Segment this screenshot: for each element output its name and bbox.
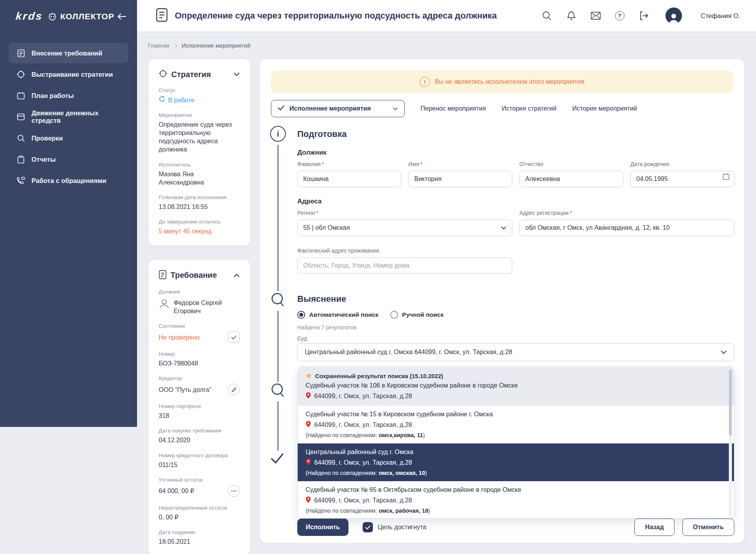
tabs-row: Исполнение мероприятия Перенос мероприят…	[271, 100, 637, 117]
tab-istoriya-strategiy[interactable]: История стратегий	[502, 105, 556, 112]
contract-value: 011/15	[159, 461, 240, 469]
help-icon[interactable]: ?	[615, 11, 624, 20]
check-icon	[278, 105, 285, 112]
search-icon	[17, 134, 25, 142]
user-name[interactable]: Стефания О.	[701, 12, 740, 20]
step-search-icon	[270, 292, 286, 308]
calendar-icon[interactable]	[723, 173, 730, 182]
sidebar-item-plan-raboty[interactable]: План работы	[9, 85, 128, 106]
user-avatar[interactable]	[665, 7, 682, 24]
edit-pencil-button[interactable]	[228, 384, 240, 395]
executor-label: Исполнитель	[159, 162, 240, 168]
planned-date-label: Плановая дата исполнения	[159, 194, 240, 200]
target-icon	[17, 70, 25, 79]
sidebar-item-rabota-s-obrashcheniyami[interactable]: Работа с обращениями	[9, 170, 128, 191]
search-icon[interactable]	[542, 11, 552, 21]
middlename-input[interactable]	[519, 171, 623, 187]
registration-address-input[interactable]	[519, 220, 734, 236]
warning-text: Вы не являетесь исполнителем этого мероп…	[435, 78, 584, 85]
court-result-saved[interactable]: ★ Сохраненный результат поиска (15.10.20…	[298, 367, 734, 406]
logo-krds-text: krds	[15, 10, 43, 22]
lastname-field: Фамилия*	[297, 161, 401, 187]
number-label: Номер	[159, 351, 240, 357]
tab-active-label: Исполнение мероприятия	[289, 105, 371, 112]
creditor-value: ООО “Путь долга”	[159, 386, 211, 394]
birthdate-field: Дата рождения	[630, 161, 734, 187]
birthdate-input[interactable]	[630, 171, 734, 187]
document-icon	[159, 270, 167, 281]
page-document-icon	[156, 8, 168, 24]
section-search-heading: Выяснение	[297, 294, 346, 304]
tab-istoriya-meropriyatiy[interactable]: История мероприятий	[572, 105, 637, 112]
sidebar-item-label: Отчеты	[32, 156, 56, 163]
court-address: 644099, г. Омск, ул. Тарская, д.28	[314, 421, 412, 428]
contract-label: Номер кредитного договора	[159, 452, 240, 458]
target-icon	[159, 69, 167, 79]
required-mark: *	[316, 210, 318, 216]
notifications-bell-icon[interactable]	[566, 11, 576, 21]
firstname-input[interactable]	[408, 171, 512, 187]
tab-active-dropdown[interactable]: Исполнение мероприятия	[271, 100, 405, 117]
tab-perenos-meropriyatiya[interactable]: Перенос мероприятия	[421, 105, 486, 112]
back-button[interactable]: Назад	[634, 519, 674, 536]
lastname-input[interactable]	[297, 171, 401, 187]
court-result[interactable]: Судебный участок № 15 в Кировском судебн…	[298, 406, 734, 443]
unallocated-label: Нераспределенный остаток	[159, 505, 240, 511]
sidebar-collapse-arrow-icon[interactable]	[117, 12, 127, 21]
breadcrumb-home[interactable]: Главная	[148, 42, 169, 49]
court-result[interactable]: Судебный участок № 65 в Октябрьском суде…	[298, 481, 734, 519]
state-value: Не проверено	[159, 333, 200, 342]
logo: krds КОЛЛЕКТОР	[0, 0, 137, 22]
left-column: Стратегия Статус В работе Мероприятие Оп…	[148, 59, 250, 554]
wallet-icon	[17, 113, 25, 121]
more-options-button[interactable]	[228, 485, 240, 497]
middlename-label: Отчество	[519, 161, 543, 167]
sidebar-item-vnesenie-trebovaniy[interactable]: Внесение требований	[9, 43, 128, 63]
radio-auto-search[interactable]: Автоматический поиск	[297, 311, 378, 319]
court-result-selected[interactable]: Центральный районный суд г. Омска 644099…	[298, 443, 734, 481]
sidebar-item-otchety[interactable]: Отчеты	[9, 149, 128, 170]
sidebar-item-label: Работа с обращениями	[32, 177, 106, 185]
calendar-icon	[17, 91, 25, 100]
logout-icon[interactable]	[639, 11, 649, 21]
region-select[interactable]: 55 | обл Омская	[297, 220, 512, 236]
remaining-value: 5 минут 45 секунд	[159, 227, 240, 235]
chevron-up-icon[interactable]	[233, 273, 240, 277]
number-value: БОЗ-7980048	[159, 359, 240, 367]
sidebar-item-vystraivanie-strategii[interactable]: Выстраивание стратегии	[9, 64, 128, 85]
mail-icon[interactable]	[591, 11, 601, 21]
court-select[interactable]: Центральный районный суд г. Омска 644099…	[297, 343, 734, 361]
match-note: (Найдено по совпадениям: омск, омская, 1…	[306, 470, 726, 476]
cancel-button[interactable]: Отменить	[682, 519, 734, 536]
executor-value: Мазова Яна Александровна	[159, 170, 240, 187]
goal-achieved-checkbox[interactable]: Цель достигнута	[363, 522, 426, 532]
radio-manual-search[interactable]: Ручной поиск	[390, 311, 443, 319]
sidebar-item-proverki[interactable]: Проверки	[9, 128, 128, 148]
middlename-field: Отчество	[519, 161, 623, 187]
execute-button[interactable]: Исполнить	[297, 519, 348, 536]
chevron-down-icon[interactable]	[233, 72, 240, 76]
remaining-label: До завершения осталось	[159, 219, 240, 225]
creditor-label: Кредитор	[159, 375, 240, 381]
actual-address-input[interactable]	[297, 257, 512, 274]
purchase-date-label: Дата покупки требования	[159, 428, 240, 434]
form-footer: Исполнить Цель достигнута Назад Отменить	[297, 519, 734, 536]
firstname-label: Имя	[408, 161, 419, 167]
created-value: 18.05.2021	[159, 537, 240, 546]
checkbox-checked-icon	[363, 522, 373, 532]
sidebar-item-label: Проверки	[32, 135, 63, 142]
sidebar: krds КОЛЛЕКТОР Внесение требований Выстр…	[0, 0, 137, 427]
page-title: Определение суда через территориальную п…	[175, 11, 497, 21]
location-pin-icon	[306, 496, 311, 505]
actual-address-field: Фактический адрес проживания	[297, 247, 512, 274]
sidebar-item-dvizhenie-sredstv[interactable]: Движение денежных стредств	[9, 107, 128, 127]
star-icon: ★	[306, 372, 312, 379]
verify-check-button[interactable]	[228, 331, 240, 343]
step-search-icon	[270, 382, 286, 398]
balance-value: 64 000, 00 ₽	[159, 487, 194, 495]
scrollbar-thumb[interactable]	[729, 369, 732, 436]
radio-selected-icon	[297, 311, 305, 319]
warning-icon: !	[420, 77, 430, 87]
match-note: (Найдено по совпадениям: омск,кирова, 11…	[306, 432, 726, 438]
claim-card-title: Требование	[170, 271, 217, 280]
